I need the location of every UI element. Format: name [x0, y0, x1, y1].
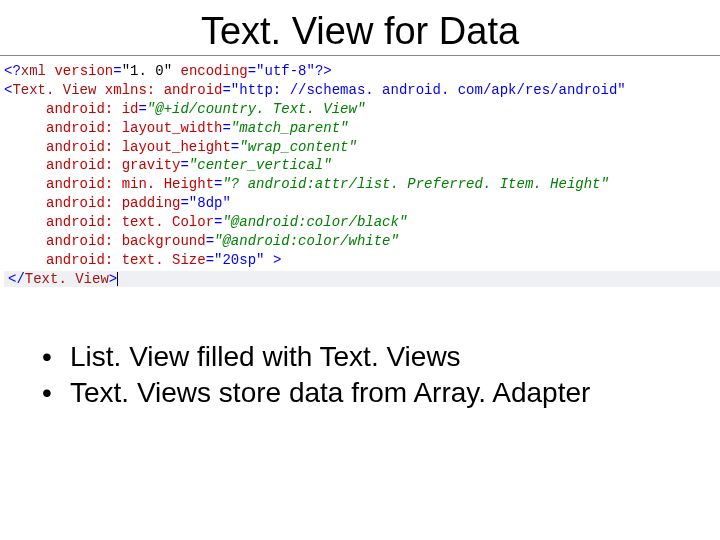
attr1-val: "@+id/country. Text. View"	[147, 101, 365, 117]
eq4: =	[138, 101, 146, 117]
eq12: =	[206, 252, 214, 268]
bullet-item: Text. Views store data from Array. Adapt…	[42, 377, 688, 409]
xml-tag: xml	[21, 63, 46, 79]
text-cursor	[117, 272, 118, 286]
xml-attr-version: version	[46, 63, 113, 79]
attr4-name: android: gravity	[46, 157, 180, 173]
attr5-val: "? android:attr/list. Preferred. Item. H…	[222, 176, 608, 192]
attr4-val: "center_vertical"	[189, 157, 332, 173]
eq11: =	[206, 233, 214, 249]
attr1-name: android: id	[46, 101, 138, 117]
slide: Text. View for Data <?xml version="1. 0"…	[0, 0, 720, 540]
eq3: =	[222, 82, 230, 98]
attr9-val: "20sp"	[214, 252, 264, 268]
attr0-val: "http: //schemas. android. com/apk/res/a…	[231, 82, 626, 98]
eq9: =	[180, 195, 188, 211]
attr5-name: android: min. Height	[46, 176, 214, 192]
xml-open: <?	[4, 63, 21, 79]
attr8-val: "@android:color/white"	[214, 233, 399, 249]
eq5: =	[222, 120, 230, 136]
attr8-name: android: background	[46, 233, 206, 249]
attr3-name: android: layout_height	[46, 139, 231, 155]
tv-end-gt: >	[264, 252, 281, 268]
xml-attr-encoding: encoding	[172, 63, 248, 79]
tv-close-open: </	[8, 271, 25, 287]
tv-close-tag: Text. View	[25, 271, 109, 287]
eq6: =	[231, 139, 239, 155]
xml-close: ?>	[315, 63, 332, 79]
eq7: =	[180, 157, 188, 173]
eq2: =	[248, 63, 256, 79]
bullet-list: List. View filled with Text. Views Text.…	[0, 323, 720, 409]
xml-version-val: "1. 0"	[122, 63, 172, 79]
tv-close-gt: >	[109, 271, 117, 287]
slide-title: Text. View for Data	[0, 0, 720, 55]
eq: =	[113, 63, 121, 79]
attr7-val: "@android:color/black"	[222, 214, 407, 230]
attr2-val: "match_parent"	[231, 120, 349, 136]
attr9-name: android: text. Size	[46, 252, 206, 268]
close-line: </Text. View>	[4, 271, 720, 287]
attr3-val: "wrap_content"	[239, 139, 357, 155]
attr2-name: android: layout_width	[46, 120, 222, 136]
code-block: <?xml version="1. 0" encoding="utf-8"?> …	[0, 56, 720, 295]
tv-tag: Text. View	[12, 82, 96, 98]
attr7-name: android: text. Color	[46, 214, 214, 230]
bullet-item: List. View filled with Text. Views	[42, 341, 688, 373]
attr6-val: "8dp"	[189, 195, 231, 211]
xml-encoding-val: "utf-8"	[256, 63, 315, 79]
attr0-name: xmlns: android	[96, 82, 222, 98]
attr6-name: android: padding	[46, 195, 180, 211]
